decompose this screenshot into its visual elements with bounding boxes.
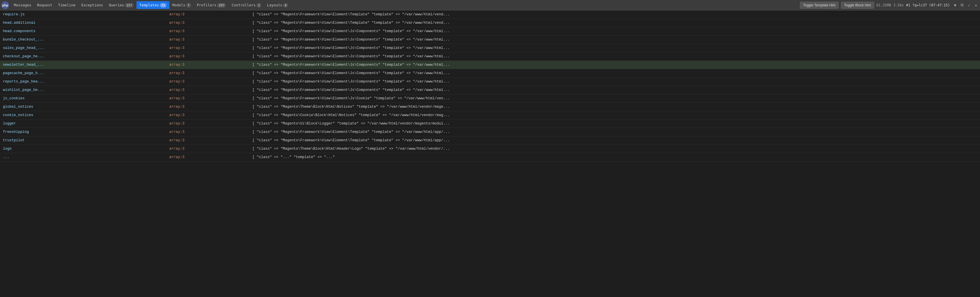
row-type: array:3 — [166, 53, 250, 61]
row-value: [ "class" => "Magento\Framework\View\Ele… — [250, 27, 980, 36]
query-info: #1 ?q=lc37 (07:47:15) — [906, 3, 950, 7]
table-row[interactable]: sales_page_head_...array:3[ "class" => "… — [0, 44, 980, 53]
row-type: array:3 — [166, 94, 250, 103]
row-type: array:3 — [166, 61, 250, 69]
row-type: array:3 — [166, 19, 250, 27]
nav-item-messages[interactable]: Messages — [11, 1, 34, 9]
table-row[interactable]: checkout_page_he...array:3[ "class" => "… — [0, 53, 980, 61]
close-icon[interactable]: ✕ — [973, 2, 979, 8]
check-icon[interactable]: ✓ — [966, 2, 972, 8]
time-stat: 3.56s — [893, 3, 904, 7]
row-type: array:3 — [166, 153, 250, 161]
table-row[interactable]: loggerarray:3[ "class" => "Magento\Ui\Bl… — [0, 120, 980, 128]
table-row[interactable]: global_noticesarray:3[ "class" => "Magen… — [0, 103, 980, 111]
row-value: [ "class" => "Magento\Framework\View\Ele… — [250, 61, 980, 69]
row-value: [ "class" => "Magento\Theme\Block\Html\H… — [250, 145, 980, 153]
row-type: array:3 — [166, 86, 250, 94]
row-type: array:3 — [166, 10, 250, 19]
window-icon[interactable]: ⧉ — [959, 2, 965, 8]
nav-badge: 1 — [256, 3, 261, 8]
content-area: require.jsarray:3[ "class" => "Magento\F… — [0, 10, 980, 297]
row-name: require.js — [0, 10, 166, 19]
nav-badge: 7 — [186, 3, 191, 8]
nav-item-queries[interactable]: Queries157 — [106, 1, 137, 9]
nav-item-controllers[interactable]: Controllers1 — [229, 1, 264, 9]
nav-item-timeline[interactable]: Timeline — [55, 1, 78, 9]
toolbar: php MessagesRequestTimelineExceptionsQue… — [0, 0, 980, 10]
memory-stat: 61.25MB — [877, 3, 891, 7]
row-type: array:3 — [166, 78, 250, 86]
row-type: array:3 — [166, 111, 250, 120]
nav-badge: 73 — [160, 3, 167, 8]
row-name: checkout_page_he... — [0, 53, 166, 61]
row-name: reports_page_hea... — [0, 78, 166, 86]
row-name: freeshipping — [0, 128, 166, 136]
table-row[interactable]: head.additionalarray:3[ "class" => "Mage… — [0, 19, 980, 27]
row-name: global_notices — [0, 103, 166, 111]
row-value: [ "class" => "Magento\Framework\View\Ele… — [250, 44, 980, 53]
row-value: [ "class" => "Magento\Framework\View\Ele… — [250, 53, 980, 61]
row-type: array:3 — [166, 69, 250, 78]
row-name: logo — [0, 145, 166, 153]
row-type: array:3 — [166, 44, 250, 53]
nav-badge: 157 — [125, 3, 134, 8]
nav-item-models[interactable]: Models7 — [169, 1, 194, 9]
nav-item-profilers[interactable]: Profilers297 — [194, 1, 229, 9]
nav-badge: 4 — [283, 3, 288, 8]
row-type: array:3 — [166, 27, 250, 36]
table-row[interactable]: bundle_checkout_...array:3[ "class" => "… — [0, 36, 980, 44]
row-name: wishlist_page_he... — [0, 86, 166, 94]
row-type: array:3 — [166, 128, 250, 136]
row-value: [ "class" => "Magento\Theme\Block\Html\N… — [250, 103, 980, 111]
table-row[interactable]: js_cookiesarray:3[ "class" => "Magento\F… — [0, 94, 980, 103]
table-row[interactable]: reports_page_hea...array:3[ "class" => "… — [0, 78, 980, 86]
row-name: head.additional — [0, 19, 166, 27]
table-row[interactable]: require.jsarray:3[ "class" => "Magento\F… — [0, 10, 980, 19]
row-value: [ "class" => "Magento\Framework\View\Ele… — [250, 136, 980, 145]
row-type: array:3 — [166, 136, 250, 145]
row-type: array:3 — [166, 120, 250, 128]
nav-badge: 297 — [217, 3, 226, 8]
row-name: cookie_notices — [0, 111, 166, 120]
row-value: [ "class" => "..." "template" => "..." — [250, 153, 980, 161]
nav-item-templates[interactable]: Templates73 — [137, 1, 169, 9]
row-name: sales_page_head_... — [0, 44, 166, 53]
table-row[interactable]: ...array:3[ "class" => "..." "template" … — [0, 153, 980, 161]
row-value: [ "class" => "Magento\Framework\View\Ele… — [250, 78, 980, 86]
dropdown-icon[interactable]: ▼ — [952, 2, 958, 8]
table-row[interactable]: pagecache_page_h...array:3[ "class" => "… — [0, 69, 980, 78]
row-name: logger — [0, 120, 166, 128]
row-value: [ "class" => "Magento\Cookie\Block\Html\… — [250, 111, 980, 120]
table-row[interactable]: wishlist_page_he...array:3[ "class" => "… — [0, 86, 980, 94]
table-row[interactable]: trustpilotarray:3[ "class" => "Magento\F… — [0, 136, 980, 145]
row-value: [ "class" => "Magento\Framework\View\Ele… — [250, 128, 980, 136]
toggle-template-hint-button[interactable]: Toggle Template Hint — [800, 2, 838, 9]
table-row[interactable]: cookie_noticesarray:3[ "class" => "Magen… — [0, 111, 980, 120]
row-type: array:3 — [166, 36, 250, 44]
row-name: newsletter_head_... — [0, 61, 166, 69]
row-value: [ "class" => "Magento\Framework\View\Ele… — [250, 69, 980, 78]
row-name: trustpilot — [0, 136, 166, 145]
row-value: [ "class" => "Magento\Framework\View\Ele… — [250, 19, 980, 27]
row-name: pagecache_page_h... — [0, 69, 166, 78]
row-value: [ "class" => "Magento\Ui\Block\Logger" "… — [250, 120, 980, 128]
table-row[interactable]: logoarray:3[ "class" => "Magento\Theme\B… — [0, 145, 980, 153]
nav-item-request[interactable]: Request — [34, 1, 55, 9]
row-type: array:3 — [166, 103, 250, 111]
nav-item-layouts[interactable]: Layouts4 — [264, 1, 291, 9]
toggle-block-hint-button[interactable]: Toggle Block Hint — [841, 2, 874, 9]
table-row[interactable]: freeshippingarray:3[ "class" => "Magento… — [0, 128, 980, 136]
row-name: ... — [0, 153, 166, 161]
nav-item-exceptions[interactable]: Exceptions — [78, 1, 106, 9]
svg-text:php: php — [2, 3, 8, 7]
row-name: bundle_checkout_... — [0, 36, 166, 44]
row-name: head.components — [0, 27, 166, 36]
table-row[interactable]: newsletter_head_...array:3[ "class" => "… — [0, 61, 980, 69]
php-logo: php — [1, 1, 9, 9]
row-name: js_cookies — [0, 94, 166, 103]
row-value: [ "class" => "Magento\Framework\View\Ele… — [250, 86, 980, 94]
row-value: [ "class" => "Magento\Framework\View\Ele… — [250, 10, 980, 19]
table-row[interactable]: head.componentsarray:3[ "class" => "Mage… — [0, 27, 980, 36]
row-value: [ "class" => "Magento\Framework\View\Ele… — [250, 36, 980, 44]
row-value: [ "class" => "Magento\Framework\View\Ele… — [250, 94, 980, 103]
